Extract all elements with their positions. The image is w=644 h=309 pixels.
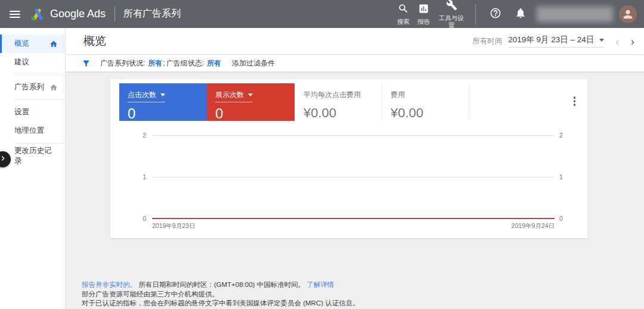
timezone-text: 所有日期和时间的时区：(GMT+08:00) 中国标准时间。	[138, 281, 305, 288]
chevron-down-icon	[248, 93, 253, 96]
metric-label: 费用	[391, 90, 405, 100]
sidebar-item-settings[interactable]: 设置	[0, 103, 65, 121]
x-axis-label: 2019年9月23日	[152, 222, 195, 230]
metric-label: 平均每次点击费用	[304, 90, 361, 100]
y-axis-tick: 1	[559, 173, 575, 180]
overview-chart-card: 点击次数 0 展示次数 0 平均每次点击费用 ¥0.00	[110, 79, 587, 238]
metric-card-cost[interactable]: 费用 ¥0.00	[382, 83, 470, 121]
account-info-redacted[interactable]	[537, 7, 613, 22]
y-axis-tick: 2	[559, 132, 575, 139]
sidebar-item-locations[interactable]: 地理位置	[0, 121, 65, 140]
sidebar-item-label: 建议	[14, 57, 29, 67]
gridline	[152, 135, 555, 136]
bell-icon	[515, 7, 527, 21]
home-icon	[49, 40, 58, 48]
chevron-down-icon	[599, 39, 604, 42]
search-icon	[398, 3, 409, 17]
metric-card-avg-cpc[interactable]: 平均每次点击费用 ¥0.00	[295, 83, 382, 121]
learn-more-link[interactable]: 了解详情	[306, 281, 334, 288]
sidebar-item-label: 地理位置	[14, 126, 44, 136]
sidebar-divider	[14, 143, 65, 143]
adgroup-status-value[interactable]: 所有	[207, 58, 221, 68]
metric-value: 0	[215, 105, 289, 122]
y-axis-tick: 1	[131, 173, 146, 180]
menu-icon[interactable]	[10, 9, 20, 20]
metric-card-clicks[interactable]: 点击次数 0	[119, 83, 207, 121]
sidebar-divider	[14, 99, 65, 100]
tools-settings-button[interactable]: 工具与设置	[438, 0, 465, 29]
avatar[interactable]	[619, 5, 637, 23]
metric-label: 展示次数	[215, 90, 244, 100]
next-period-button[interactable]: ›	[631, 36, 634, 47]
google-ads-logo[interactable]	[29, 7, 45, 22]
y-axis-tick: 0	[559, 215, 575, 222]
chevron-right-icon	[0, 154, 8, 166]
time-scope-label: 所有时间	[472, 36, 502, 46]
report-chart-icon	[418, 3, 429, 17]
date-range-selector[interactable]: 2019年 9月 23日 – 24日	[508, 35, 604, 48]
topbar: Google Ads 所有广告系列 搜索 报告 工具与设置	[0, 0, 644, 28]
date-range-value: 2019年 9月 23日 – 24日	[508, 35, 594, 45]
topbar-divider	[114, 7, 115, 21]
main-content: 点击次数 0 展示次数 0 平均每次点击费用 ¥0.00	[66, 71, 644, 309]
metric-value: ¥0.00	[304, 105, 376, 121]
not-realtime-link[interactable]: 报告并非实时的。	[82, 281, 137, 288]
footer-line-2: 部分广告资源可能经由第三方中介机构提供。	[82, 290, 624, 299]
card-overflow-menu[interactable]	[572, 95, 578, 108]
sidebar-item-recommendations[interactable]: 建议	[0, 53, 65, 71]
search-button[interactable]: 搜索	[397, 3, 410, 25]
footer-line-1: 报告并非实时的。 所有日期和时间的时区：(GMT+08:00) 中国标准时间。 …	[82, 280, 624, 290]
search-label: 搜索	[397, 18, 410, 25]
prev-period-button[interactable]: ‹	[615, 36, 619, 47]
reports-button[interactable]: 报告	[417, 3, 430, 25]
gridline	[152, 177, 555, 177]
filter-funnel-icon	[82, 59, 91, 68]
metric-value: 0	[128, 105, 201, 122]
sidebar-divider	[14, 74, 65, 75]
wrench-icon	[446, 0, 457, 13]
chevron-down-icon	[160, 93, 165, 96]
topbar-divider	[475, 4, 476, 24]
metric-tiles: 点击次数 0 展示次数 0 平均每次点击费用 ¥0.00	[119, 83, 470, 121]
sidebar-item-label: 概览	[14, 39, 29, 49]
section-title: 所有广告系列	[123, 8, 181, 20]
notifications-button[interactable]	[515, 7, 527, 21]
sidebar-item-label: 更改历史记录	[14, 146, 58, 166]
chart-series-line	[152, 218, 555, 219]
brand-name: Google Ads	[50, 8, 106, 20]
metric-label: 点击次数	[128, 90, 156, 100]
footer-line-3: 对于已认证的指标，您会在列标题的悬停文字中看到美国媒体评定委员会 (MRC) 认…	[82, 299, 624, 308]
person-icon	[621, 8, 634, 23]
reports-label: 报告	[417, 18, 430, 25]
filter-bar: 广告系列状况: 所有 ; 广告组状态: 所有 添加过滤条件	[66, 55, 644, 71]
tools-settings-label: 工具与设置	[438, 14, 465, 29]
sidebar-item-label: 设置	[14, 107, 29, 117]
campaign-status-value[interactable]: 所有	[148, 58, 162, 68]
home-icon	[49, 83, 58, 92]
sidebar: 概览 建议 广告系列 设置 地理位置 更改历史记录	[0, 28, 66, 309]
metric-value: ¥0.00	[391, 105, 463, 121]
campaign-status-label: 广告系列状况:	[100, 58, 145, 68]
sidebar-item-campaigns[interactable]: 广告系列	[0, 78, 65, 96]
disclaimer-footer: 报告并非实时的。 所有日期和时间的时区：(GMT+08:00) 中国标准时间。 …	[82, 280, 624, 308]
page-title: 概览	[83, 33, 106, 49]
add-filter-button[interactable]: 添加过滤条件	[232, 58, 275, 68]
x-axis-label: 2019年9月24日	[444, 222, 555, 230]
adgroup-status-label: 广告组状态:	[166, 58, 204, 68]
help-button[interactable]	[490, 7, 501, 21]
metric-card-impressions[interactable]: 展示次数 0	[207, 83, 295, 121]
page-header: 概览 所有时间 2019年 9月 23日 – 24日 ‹ ›	[66, 28, 644, 55]
y-axis-tick: 0	[131, 215, 146, 222]
y-axis-tick: 2	[131, 132, 146, 139]
sidebar-item-overview[interactable]: 概览	[0, 35, 65, 53]
google-ads-logo-icon	[29, 7, 45, 22]
filter-separator: ;	[163, 59, 165, 67]
sidebar-item-label: 广告系列	[14, 82, 44, 92]
help-icon	[490, 7, 501, 21]
